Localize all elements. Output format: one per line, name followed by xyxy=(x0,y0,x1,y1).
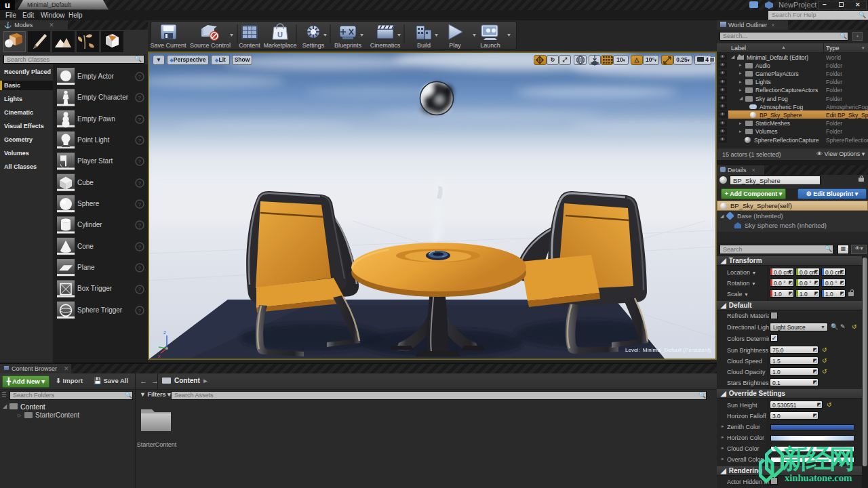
svg-text:?: ? xyxy=(138,201,142,207)
svg-text:Empty Pawn: Empty Pawn xyxy=(77,115,115,123)
svg-text:?: ? xyxy=(138,180,142,186)
svg-text:?: ? xyxy=(138,138,142,144)
svg-text:?: ? xyxy=(138,117,142,123)
svg-text:Cube: Cube xyxy=(77,179,94,186)
svg-text:Cylinder: Cylinder xyxy=(77,221,102,228)
svg-text:?: ? xyxy=(138,159,142,165)
svg-text:?: ? xyxy=(138,244,142,250)
svg-text:?: ? xyxy=(138,74,142,80)
svg-text:Source Control: Source Control xyxy=(190,42,231,49)
svg-text:Save Current: Save Current xyxy=(150,42,186,49)
svg-text:Plane: Plane xyxy=(77,264,95,271)
svg-text:Sphere Trigger: Sphere Trigger xyxy=(77,306,123,314)
svg-text:Play: Play xyxy=(449,42,461,49)
svg-text:Player Start: Player Start xyxy=(77,157,113,165)
svg-text:?: ? xyxy=(138,265,142,271)
svg-text:Build: Build xyxy=(417,42,431,49)
svg-text:z: z xyxy=(163,329,166,336)
svg-text:?: ? xyxy=(138,95,142,101)
svg-text:Sphere: Sphere xyxy=(77,200,100,207)
svg-text:Marketplace: Marketplace xyxy=(263,42,296,49)
svg-text:?: ? xyxy=(138,308,142,314)
svg-text:?: ? xyxy=(138,286,142,292)
svg-text:Cone: Cone xyxy=(77,243,94,250)
svg-text:Blueprints: Blueprints xyxy=(334,42,362,49)
svg-text:Settings: Settings xyxy=(302,42,325,49)
svg-text:Level: Minimal_Default (Persi: Level: Minimal_Default (Persistent) xyxy=(625,347,711,353)
svg-text:?: ? xyxy=(138,222,142,228)
svg-text:Content: Content xyxy=(239,42,260,49)
svg-text:Point Light: Point Light xyxy=(77,136,109,144)
svg-text:Cinematics: Cinematics xyxy=(370,42,401,49)
svg-text:Empty Character: Empty Character xyxy=(77,94,129,101)
svg-text:Box Trigger: Box Trigger xyxy=(77,285,113,292)
svg-text:U: U xyxy=(277,30,283,39)
svg-text:Launch: Launch xyxy=(480,42,500,49)
svg-text:x: x xyxy=(158,353,161,359)
svg-text:Empty Actor: Empty Actor xyxy=(77,73,115,80)
